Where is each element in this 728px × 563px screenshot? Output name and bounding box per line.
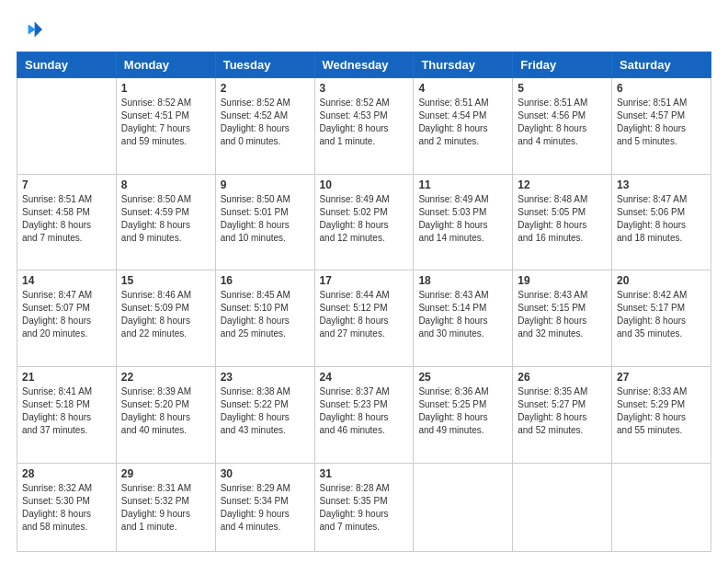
calendar-cell: 21Sunrise: 8:41 AMSunset: 5:18 PMDayligh…: [17, 366, 117, 463]
day-info: Sunrise: 8:41 AMSunset: 5:18 PMDaylight:…: [22, 385, 111, 437]
day-info: Sunrise: 8:49 AMSunset: 5:02 PMDaylight:…: [320, 193, 409, 245]
day-number: 16: [221, 274, 310, 287]
day-number: 5: [518, 82, 607, 95]
day-header-friday: Friday: [513, 52, 612, 78]
day-number: 26: [518, 371, 607, 384]
day-info: Sunrise: 8:50 AMSunset: 4:59 PMDaylight:…: [121, 193, 210, 245]
calendar-cell: [513, 463, 612, 551]
calendar-cell: 9Sunrise: 8:50 AMSunset: 5:01 PMDaylight…: [215, 174, 314, 270]
calendar-cell: 15Sunrise: 8:46 AMSunset: 5:09 PMDayligh…: [116, 270, 215, 367]
day-number: 6: [617, 82, 706, 95]
day-header-thursday: Thursday: [414, 52, 513, 78]
day-info: Sunrise: 8:45 AMSunset: 5:10 PMDaylight:…: [221, 289, 310, 340]
calendar-cell: 5Sunrise: 8:51 AMSunset: 4:56 PMDaylight…: [513, 78, 612, 175]
calendar-cell: 18Sunrise: 8:43 AMSunset: 5:14 PMDayligh…: [414, 270, 513, 367]
calendar-cell: 3Sunrise: 8:52 AMSunset: 4:53 PMDaylight…: [314, 78, 414, 175]
day-number: 11: [418, 178, 507, 191]
calendar-cell: 24Sunrise: 8:37 AMSunset: 5:23 PMDayligh…: [314, 366, 414, 463]
calendar-cell: [612, 463, 711, 551]
calendar-cell: 30Sunrise: 8:29 AMSunset: 5:34 PMDayligh…: [215, 463, 314, 551]
day-header-sunday: Sunday: [17, 52, 117, 78]
day-number: 30: [221, 467, 310, 480]
day-number: 18: [418, 274, 507, 287]
calendar-cell: 1Sunrise: 8:52 AMSunset: 4:51 PMDaylight…: [116, 78, 215, 175]
calendar-header-row: SundayMondayTuesdayWednesdayThursdayFrid…: [17, 52, 711, 78]
calendar-cell: 19Sunrise: 8:43 AMSunset: 5:15 PMDayligh…: [513, 270, 612, 367]
day-info: Sunrise: 8:32 AMSunset: 5:30 PMDaylight:…: [22, 482, 111, 534]
week-row-2: 7Sunrise: 8:51 AMSunset: 4:58 PMDaylight…: [17, 174, 711, 270]
day-info: Sunrise: 8:38 AMSunset: 5:22 PMDaylight:…: [221, 385, 310, 437]
calendar-cell: 31Sunrise: 8:28 AMSunset: 5:35 PMDayligh…: [314, 463, 414, 551]
calendar-cell: 13Sunrise: 8:47 AMSunset: 5:06 PMDayligh…: [612, 174, 711, 270]
day-info: Sunrise: 8:36 AMSunset: 5:25 PMDaylight:…: [418, 385, 507, 437]
week-row-4: 21Sunrise: 8:41 AMSunset: 5:18 PMDayligh…: [17, 366, 711, 463]
calendar-cell: 17Sunrise: 8:44 AMSunset: 5:12 PMDayligh…: [314, 270, 414, 367]
day-number: 31: [320, 467, 409, 480]
day-number: 8: [121, 178, 210, 191]
day-number: 13: [617, 178, 706, 191]
header: [17, 17, 711, 42]
day-info: Sunrise: 8:33 AMSunset: 5:29 PMDaylight:…: [617, 385, 706, 437]
calendar-cell: 4Sunrise: 8:51 AMSunset: 4:54 PMDaylight…: [414, 78, 513, 175]
day-info: Sunrise: 8:42 AMSunset: 5:17 PMDaylight:…: [617, 289, 706, 340]
day-number: 12: [518, 178, 607, 191]
day-number: 24: [320, 371, 409, 384]
day-info: Sunrise: 8:47 AMSunset: 5:07 PMDaylight:…: [22, 289, 111, 340]
day-number: 2: [221, 82, 310, 95]
day-info: Sunrise: 8:29 AMSunset: 5:34 PMDaylight:…: [221, 482, 310, 534]
day-info: Sunrise: 8:51 AMSunset: 4:58 PMDaylight:…: [22, 193, 111, 245]
day-number: 25: [418, 371, 507, 384]
day-number: 15: [121, 274, 210, 287]
day-number: 19: [518, 274, 607, 287]
calendar-cell: 10Sunrise: 8:49 AMSunset: 5:02 PMDayligh…: [314, 174, 414, 270]
week-row-3: 14Sunrise: 8:47 AMSunset: 5:07 PMDayligh…: [17, 270, 711, 367]
day-info: Sunrise: 8:51 AMSunset: 4:56 PMDaylight:…: [518, 97, 607, 148]
day-info: Sunrise: 8:44 AMSunset: 5:12 PMDaylight:…: [320, 289, 409, 340]
day-info: Sunrise: 8:52 AMSunset: 4:53 PMDaylight:…: [320, 97, 409, 148]
day-number: 7: [22, 178, 111, 191]
day-header-saturday: Saturday: [612, 52, 711, 78]
day-header-monday: Monday: [116, 52, 215, 78]
day-number: 27: [617, 371, 706, 384]
week-row-5: 28Sunrise: 8:32 AMSunset: 5:30 PMDayligh…: [17, 463, 711, 551]
day-number: 9: [221, 178, 310, 191]
day-info: Sunrise: 8:51 AMSunset: 4:54 PMDaylight:…: [418, 97, 507, 148]
day-info: Sunrise: 8:48 AMSunset: 5:05 PMDaylight:…: [518, 193, 607, 245]
day-info: Sunrise: 8:52 AMSunset: 4:51 PMDaylight:…: [121, 97, 210, 148]
calendar-cell: 20Sunrise: 8:42 AMSunset: 5:17 PMDayligh…: [612, 270, 711, 367]
calendar-cell: [17, 78, 117, 175]
day-number: 1: [121, 82, 210, 95]
day-info: Sunrise: 8:43 AMSunset: 5:14 PMDaylight:…: [418, 289, 507, 340]
day-info: Sunrise: 8:37 AMSunset: 5:23 PMDaylight:…: [320, 385, 409, 437]
day-number: 10: [320, 178, 409, 191]
calendar-cell: 23Sunrise: 8:38 AMSunset: 5:22 PMDayligh…: [215, 366, 314, 463]
day-info: Sunrise: 8:49 AMSunset: 5:03 PMDaylight:…: [418, 193, 507, 245]
calendar-cell: 16Sunrise: 8:45 AMSunset: 5:10 PMDayligh…: [215, 270, 314, 367]
calendar-cell: 27Sunrise: 8:33 AMSunset: 5:29 PMDayligh…: [612, 366, 711, 463]
calendar-cell: 12Sunrise: 8:48 AMSunset: 5:05 PMDayligh…: [513, 174, 612, 270]
calendar-cell: 28Sunrise: 8:32 AMSunset: 5:30 PMDayligh…: [17, 463, 117, 551]
day-number: 22: [121, 371, 210, 384]
day-number: 28: [22, 467, 111, 480]
day-info: Sunrise: 8:31 AMSunset: 5:32 PMDaylight:…: [121, 482, 210, 534]
calendar-cell: 8Sunrise: 8:50 AMSunset: 4:59 PMDaylight…: [116, 174, 215, 270]
day-number: 17: [320, 274, 409, 287]
week-row-1: 1Sunrise: 8:52 AMSunset: 4:51 PMDaylight…: [17, 78, 711, 175]
day-info: Sunrise: 8:39 AMSunset: 5:20 PMDaylight:…: [121, 385, 210, 437]
day-header-wednesday: Wednesday: [314, 52, 414, 78]
day-info: Sunrise: 8:51 AMSunset: 4:57 PMDaylight:…: [617, 97, 706, 148]
calendar-cell: 11Sunrise: 8:49 AMSunset: 5:03 PMDayligh…: [414, 174, 513, 270]
calendar-cell: 29Sunrise: 8:31 AMSunset: 5:32 PMDayligh…: [116, 463, 215, 551]
day-info: Sunrise: 8:52 AMSunset: 4:52 AMDaylight:…: [221, 97, 310, 148]
calendar-cell: 6Sunrise: 8:51 AMSunset: 4:57 PMDaylight…: [612, 78, 711, 175]
day-number: 20: [617, 274, 706, 287]
calendar-cell: 25Sunrise: 8:36 AMSunset: 5:25 PMDayligh…: [414, 366, 513, 463]
day-info: Sunrise: 8:50 AMSunset: 5:01 PMDaylight:…: [221, 193, 310, 245]
calendar-cell: 26Sunrise: 8:35 AMSunset: 5:27 PMDayligh…: [513, 366, 612, 463]
logo-icon: [17, 17, 42, 42]
calendar-cell: 7Sunrise: 8:51 AMSunset: 4:58 PMDaylight…: [17, 174, 117, 270]
day-header-tuesday: Tuesday: [215, 52, 314, 78]
day-number: 29: [121, 467, 210, 480]
day-number: 4: [418, 82, 507, 95]
page: SundayMondayTuesdayWednesdayThursdayFrid…: [0, 0, 728, 563]
